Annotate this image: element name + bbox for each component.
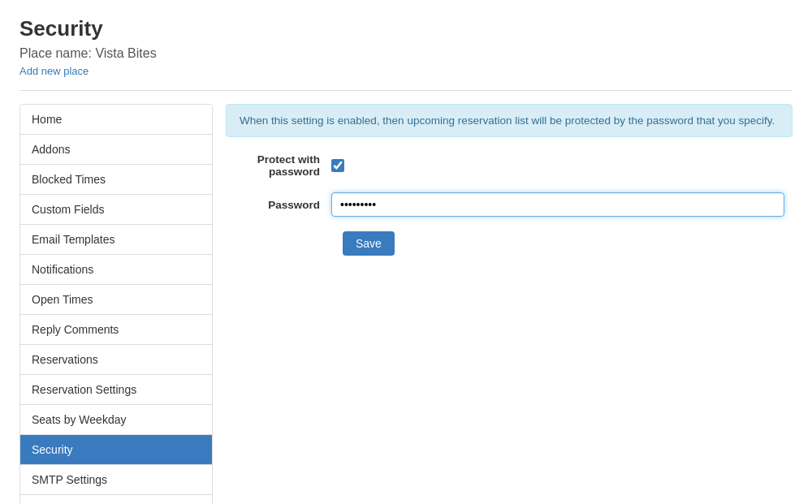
form-section: Protect with password Password Save	[226, 153, 793, 256]
protect-password-checkbox[interactable]	[331, 159, 344, 172]
page-divider	[19, 90, 793, 91]
sidebar-item-home[interactable]: Home	[20, 105, 212, 135]
sidebar-item-email-templates[interactable]: Email Templates	[20, 225, 212, 255]
main-layout: HomeAddonsBlocked TimesCustom FieldsEmai…	[19, 104, 793, 504]
protect-password-label: Protect with password	[234, 153, 331, 178]
sidebar-item-addons[interactable]: Addons	[20, 135, 212, 165]
save-button[interactable]: Save	[343, 231, 395, 256]
sidebar-item-smtp-settings[interactable]: SMTP Settings	[20, 465, 212, 495]
place-name: Place name: Vista Bites	[19, 46, 793, 61]
sidebar-item-reply-comments[interactable]: Reply Comments	[20, 315, 212, 345]
sidebar-item-reservations[interactable]: Reservations	[20, 345, 212, 375]
main-content: When this setting is enabled, then upcom…	[226, 104, 793, 256]
sidebar-item-seats-by-weekday[interactable]: Seats by Weekday	[20, 405, 212, 435]
sidebar-item-custom-fields[interactable]: Custom Fields	[20, 195, 212, 225]
page-title: Security	[19, 16, 793, 41]
password-row: Password	[234, 192, 784, 217]
save-row: Save	[234, 231, 784, 256]
password-input[interactable]	[331, 192, 784, 217]
sidebar-item-open-times[interactable]: Open Times	[20, 285, 212, 315]
sidebar-item-reservation-settings[interactable]: Reservation Settings	[20, 375, 212, 405]
sidebar: HomeAddonsBlocked TimesCustom FieldsEmai…	[19, 104, 213, 504]
sidebar-item-special-occasions[interactable]: Special Occasions	[20, 495, 212, 504]
add-new-place-link[interactable]: Add new place	[19, 65, 89, 77]
sidebar-item-security[interactable]: Security	[20, 435, 212, 465]
sidebar-item-blocked-times[interactable]: Blocked Times	[20, 165, 212, 195]
info-box: When this setting is enabled, then upcom…	[226, 104, 793, 137]
protect-password-row: Protect with password	[234, 153, 784, 178]
password-label: Password	[234, 199, 331, 211]
sidebar-item-notifications[interactable]: Notifications	[20, 255, 212, 285]
